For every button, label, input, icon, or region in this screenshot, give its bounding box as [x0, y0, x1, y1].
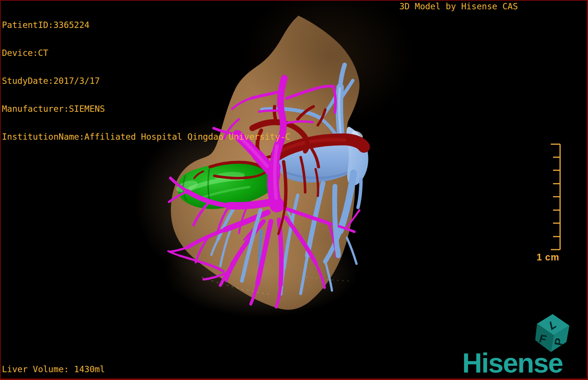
scale-bar: 1 cm: [536, 139, 571, 264]
institution-line: InstitutionName:Affiliated Hospital Qing…: [2, 132, 290, 142]
patient-id-line: PatientID:3365224: [2, 20, 290, 30]
device-line: Device:CT: [2, 48, 290, 58]
scale-bar-label: 1 cm: [537, 252, 559, 262]
study-date-line: StudyDate:2017/3/17: [2, 76, 290, 86]
viewer-canvas[interactable]: PatientID:3365224 Device:CT StudyDate:20…: [0, 0, 588, 380]
liver-volume-label: Liver Volume: 1430ml: [2, 365, 105, 374]
manufacturer-line: Manufacturer:SIEMENS: [2, 104, 290, 114]
watermark-label: 3D Model by Hisense CAS: [399, 2, 518, 11]
patient-info-block: PatientID:3365224 Device:CT StudyDate:20…: [2, 2, 290, 160]
scale-bar-ticks: [551, 144, 560, 250]
hisense-logo: Hisense: [462, 349, 563, 377]
